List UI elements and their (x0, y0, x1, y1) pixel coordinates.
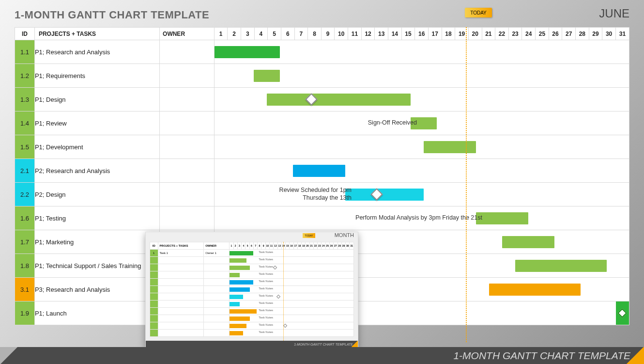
task-id: 2.1 (15, 159, 35, 183)
task-id: 3.1 (15, 278, 35, 301)
day-header: 3 (241, 28, 254, 40)
task-row[interactable]: 1.2P1; Requirements (15, 64, 629, 88)
task-row[interactable]: 2.2P2; DesignReview Scheduled for 1pm Th… (15, 183, 629, 206)
mini-gantt-bar (230, 295, 243, 299)
task-owner[interactable] (160, 40, 215, 64)
task-row[interactable]: 1.4P1; ReviewSign-Off Received (15, 111, 629, 135)
task-name: P1; Requirements (34, 64, 159, 88)
timeline-cell[interactable]: Sign-Off Received (214, 111, 629, 135)
month-label: JUNE (599, 7, 629, 20)
task-id: 1.8 (15, 254, 35, 278)
mini-task-note: Task Notes (259, 316, 273, 319)
mini-task-note: Task Notes (259, 272, 273, 275)
task-owner[interactable] (160, 111, 215, 135)
task-name: P1; Review (34, 111, 159, 135)
day-header: 31 (615, 28, 629, 40)
task-row[interactable]: 2.1P2; Research and Analysis (15, 159, 629, 183)
mini-row: 1Task 1Owner 1Task Notes (150, 250, 354, 257)
mini-gantt-bar (230, 280, 253, 285)
task-id: 1.5 (15, 135, 35, 159)
task-id: 2.2 (15, 183, 35, 206)
mini-gantt-bar (230, 273, 240, 277)
day-header: 18 (442, 28, 455, 40)
task-row[interactable]: 1.6P1; TestingPerform Modal Analysis by … (15, 206, 629, 230)
timeline-cell[interactable]: Perform Modal Analysis by 3pm Friday the… (214, 206, 629, 230)
mini-gantt-bar (230, 302, 240, 306)
mini-gantt-bar (230, 258, 246, 263)
task-owner[interactable] (160, 206, 215, 230)
timeline-cell[interactable] (214, 64, 629, 88)
mini-row: Task Notes (150, 301, 354, 308)
task-name: P1; Development (34, 135, 159, 159)
mini-today-chip: TODAY (303, 233, 315, 238)
task-note: Review Scheduled for 1pm Thursday the 13… (279, 187, 352, 202)
mini-row: Task Notes (150, 264, 354, 271)
mini-gantt-bar (230, 251, 253, 255)
timeline-cell[interactable] (214, 40, 629, 64)
timeline-cell[interactable] (214, 88, 629, 111)
mini-gantt-bar (230, 324, 246, 328)
header-row: ID PROJECTS + TASKS OWNER 12345678910111… (15, 28, 629, 40)
footer-text: 1-MONTH GANTT CHART TEMPLATE (453, 350, 630, 362)
mini-task-note: Task Notes (259, 265, 273, 268)
task-row[interactable]: 1.3P1; Design (15, 88, 629, 111)
page-title: 1-MONTH GANTT CHART TEMPLATE (15, 9, 209, 21)
task-name: P1; Testing (34, 206, 159, 230)
day-header: 12 (361, 28, 375, 40)
mini-row: Task Notes (150, 315, 354, 322)
mini-task-note: Task Notes (259, 287, 273, 290)
diamond-icon (283, 324, 287, 328)
mini-gantt-bar (230, 287, 250, 292)
mini-gantt-bar (230, 266, 250, 270)
gantt-bar[interactable] (345, 189, 424, 201)
task-owner[interactable] (160, 183, 215, 206)
mini-row: Task Notes (150, 279, 354, 286)
header-tasks: PROJECTS + TASKS (34, 28, 159, 40)
day-header: 2 (228, 28, 241, 40)
timeline-cell[interactable]: Review Scheduled for 1pm Thursday the 13… (214, 183, 629, 206)
gantt-bar[interactable] (489, 284, 581, 296)
gantt-bar[interactable] (267, 94, 411, 106)
task-row[interactable]: 1.5P1; Development (15, 135, 629, 159)
day-header: 30 (602, 28, 616, 40)
task-id: 1.7 (15, 230, 35, 254)
timeline-cell[interactable] (214, 135, 629, 159)
mini-row: Task Notes (150, 271, 354, 279)
gantt-bar[interactable] (254, 70, 280, 82)
gantt-bar[interactable] (502, 236, 554, 248)
mini-gantt-bar (230, 331, 243, 335)
mini-month-label: MONTH (335, 232, 354, 238)
gantt-bar[interactable] (215, 46, 280, 58)
task-owner[interactable] (160, 88, 215, 111)
day-header: 25 (536, 28, 549, 40)
mini-footer-text: 1-MONTH GANTT CHART TEMPLATE (294, 343, 353, 346)
day-header: 4 (254, 28, 268, 40)
mini-row: Task Notes (150, 257, 354, 264)
page-footer: 1-MONTH GANTT CHART TEMPLATE (0, 347, 644, 364)
day-header: 11 (348, 28, 362, 40)
task-name: P1; Research and Analysis (34, 40, 159, 64)
mini-gantt-bar (230, 309, 257, 314)
day-header: 19 (455, 28, 469, 40)
gantt-bar[interactable] (424, 141, 476, 153)
task-owner[interactable] (160, 64, 215, 88)
task-id: 1.9 (15, 301, 35, 325)
day-header: 23 (508, 28, 522, 40)
gantt-bar[interactable] (515, 260, 607, 272)
day-header: 1 (214, 28, 228, 40)
task-id: 1.4 (15, 111, 35, 135)
mini-task-note: Task Notes (259, 258, 273, 261)
day-header: 14 (388, 28, 402, 40)
diamond-icon (273, 266, 277, 269)
gantt-bar[interactable] (293, 165, 345, 177)
mini-row: Task Notes (150, 330, 354, 337)
gantt-bar[interactable] (476, 212, 528, 224)
task-note: Sign-Off Received (368, 119, 417, 127)
task-row[interactable]: 1.1P1; Research and Analysis (15, 40, 629, 64)
task-owner[interactable] (160, 159, 215, 183)
task-name: P1; Launch (34, 301, 159, 325)
timeline-cell[interactable] (214, 159, 629, 183)
task-id: 1.3 (15, 88, 35, 111)
day-header: 28 (576, 28, 589, 40)
task-owner[interactable] (160, 135, 215, 159)
